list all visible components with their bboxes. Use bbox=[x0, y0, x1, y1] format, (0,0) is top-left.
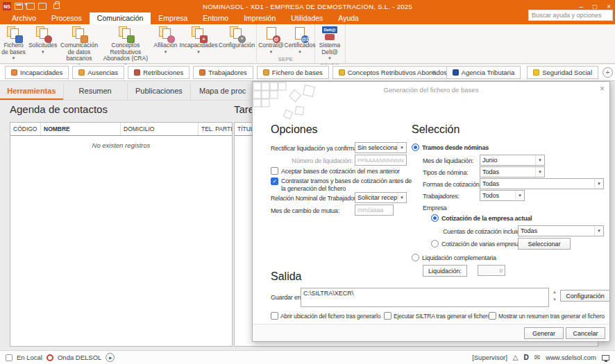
seleccionar-button[interactable]: Seleccionar bbox=[518, 238, 571, 250]
cuentas-cotizacion-select[interactable]: Todas bbox=[518, 225, 604, 236]
seguridad-social-icon bbox=[533, 69, 539, 76]
mes-cambio-mutua-input[interactable] bbox=[355, 205, 394, 216]
agenda-col-domicilio[interactable]: DOMICILIO bbox=[121, 123, 199, 135]
tab-seguridad-social[interactable]: Seguridad Social bbox=[527, 66, 598, 79]
mostrar-resumen-checkbox[interactable] bbox=[489, 312, 496, 320]
menu-procesos[interactable]: Procesos bbox=[44, 12, 90, 24]
ribbon: Fichero de bases Solicitudes Comunicació… bbox=[0, 24, 615, 64]
liquidacion-input[interactable] bbox=[478, 265, 505, 276]
menu-comunicacion[interactable]: Comunicación bbox=[90, 12, 151, 24]
lock-icon[interactable] bbox=[53, 3, 60, 9]
en-local-checkbox[interactable] bbox=[6, 354, 12, 361]
tab-fichero-de-bases[interactable]: Fichero de bases bbox=[257, 66, 329, 79]
ausencias-tab-icon bbox=[78, 69, 85, 76]
ribbon-comunicacion-datos-bancarios-button[interactable]: Comunicación de datos bancarios bbox=[58, 26, 99, 68]
configuracion-button[interactable]: Configuración bbox=[560, 290, 610, 302]
menu-entorno[interactable]: Entorno bbox=[195, 12, 236, 24]
subtab-mapa-de-procesos[interactable]: Mapa de proc bbox=[190, 83, 254, 100]
cancelar-button[interactable]: Cancelar bbox=[566, 327, 605, 339]
guardar-en-textarea[interactable]: C:\SILTRA\XECR\ bbox=[301, 288, 549, 307]
trabajadores-tab-icon bbox=[199, 69, 205, 76]
maximize-button[interactable]: □ bbox=[593, 3, 597, 10]
cotizacion-empresa-actual-radio[interactable] bbox=[431, 214, 439, 222]
subtab-herramientas[interactable]: Herramientas bbox=[0, 83, 63, 100]
liquidacion-button[interactable]: Liquidación: bbox=[423, 265, 467, 277]
menu-empresa[interactable]: Empresa bbox=[151, 12, 195, 24]
ribbon-afiliacion-button[interactable]: Afiliación bbox=[151, 26, 180, 55]
cuentas-cotizacion-label: Cuentas de cotización incluidas: bbox=[443, 228, 528, 235]
remote-desktop-icon[interactable] bbox=[602, 355, 609, 361]
ribbon-solicitudes-button[interactable]: Solicitudes bbox=[27, 26, 58, 55]
cotizacion-empresa-actual-label: Cotización de la empresa actual bbox=[441, 215, 532, 222]
tipos-nomina-select[interactable]: Todas bbox=[480, 166, 545, 177]
menu-archivo[interactable]: Archivo bbox=[4, 12, 44, 24]
ribbon-fichero-de-bases-button[interactable]: Fichero de bases bbox=[0, 26, 27, 62]
ribbon-contrat-button[interactable]: @ Contrat@ bbox=[257, 26, 285, 55]
rectificar-select[interactable]: Sin seleccionar bbox=[355, 142, 407, 153]
menu-ayuda[interactable]: Ayuda bbox=[330, 12, 367, 24]
tab-agencia-tributaria[interactable]: Agencia Tributaria bbox=[446, 66, 521, 79]
spinner-up-icon[interactable]: ▲ bbox=[553, 290, 557, 294]
afiliacion-icon bbox=[158, 26, 174, 42]
ribbon-cra-button[interactable]: Conceptos Retributivos Abonados (CRA) bbox=[100, 26, 151, 68]
generar-button[interactable]: Generar bbox=[524, 327, 564, 339]
play-icon[interactable] bbox=[106, 353, 115, 362]
contrastar-tramos-checkbox[interactable] bbox=[271, 177, 278, 185]
open-windows-bar: Incapacidades Ausencias Retribuciones Tr… bbox=[0, 64, 615, 81]
tab-incapacidades[interactable]: Incapacidades bbox=[5, 66, 69, 79]
minimize-button[interactable]: – bbox=[580, 3, 584, 10]
menu-impresion[interactable]: Impresión bbox=[236, 12, 283, 24]
subtab-resumen[interactable]: Resumen bbox=[63, 83, 127, 100]
ribbon-configuracion-button[interactable]: * Configuración bbox=[217, 26, 256, 50]
mes-liquidacion-select[interactable]: Junio bbox=[480, 155, 545, 166]
delta-status-icon[interactable]: D bbox=[524, 354, 529, 361]
ejecutar-siltra-checkbox[interactable] bbox=[384, 312, 391, 320]
abrir-ubicacion-checkbox[interactable] bbox=[271, 312, 278, 320]
section-opciones: Opciones bbox=[271, 123, 318, 136]
save-icon[interactable] bbox=[38, 3, 47, 10]
trabajadores-select[interactable]: Todos bbox=[480, 190, 525, 201]
add-tab-button[interactable]: + bbox=[603, 67, 613, 78]
dialog-close-icon[interactable]: × bbox=[600, 84, 605, 94]
trabajadores-label: Trabajadores: bbox=[423, 193, 460, 200]
cotizacion-varias-empresas-radio[interactable] bbox=[431, 240, 439, 248]
open-company-icon[interactable] bbox=[26, 3, 35, 10]
fichero-de-bases-icon bbox=[6, 26, 22, 42]
retribuciones-tab-icon bbox=[134, 69, 140, 76]
relacion-nominal-select[interactable]: Solicitar recepció bbox=[355, 192, 407, 203]
ribbon-certificados-button[interactable]: @2 Certificados bbox=[285, 26, 314, 55]
contrastar-tramos-label: Contrastar tramos y bases de cotización … bbox=[281, 177, 414, 193]
tab-retribuciones[interactable]: Retribuciones bbox=[128, 66, 189, 79]
onda-delsol-label: Onda DELSOL bbox=[58, 354, 101, 361]
agenda-col-codigo[interactable]: CÓDIGO bbox=[10, 123, 41, 135]
aceptar-bases-checkbox[interactable] bbox=[271, 167, 278, 175]
app-menu-icon[interactable] bbox=[15, 3, 23, 10]
menu-utilidades[interactable]: Utilidades bbox=[283, 12, 330, 24]
tramos-desde-nominas-radio[interactable] bbox=[412, 144, 419, 151]
website-link[interactable]: www.sdelsol.com bbox=[546, 354, 596, 361]
cra-icon bbox=[117, 26, 134, 42]
liquidacion-complementaria-radio[interactable] bbox=[412, 254, 419, 261]
cotizacion-varias-empresas-label: Cotización de varias empresas bbox=[441, 241, 523, 248]
ribbon-incapacidades-button[interactable]: + Incapacidades bbox=[180, 26, 217, 55]
formas-cotizacion-select[interactable]: Todas bbox=[480, 178, 604, 189]
tab-trabajadores[interactable]: Trabajadores bbox=[193, 66, 253, 79]
numero-liquidacion-input[interactable] bbox=[355, 155, 407, 166]
subtab-publicaciones[interactable]: Publicaciones bbox=[127, 83, 191, 100]
mail-icon[interactable] bbox=[534, 354, 540, 361]
close-button[interactable]: × bbox=[607, 3, 611, 10]
guardar-en-spinner[interactable]: ▲▼ bbox=[551, 290, 558, 302]
section-salida: Salida bbox=[271, 270, 301, 283]
warning-triangle-icon[interactable] bbox=[513, 354, 519, 361]
agenda-table: CÓDIGO NOMBRE DOMICILIO TEL. PARTI... No… bbox=[10, 122, 233, 347]
search-input[interactable] bbox=[528, 10, 613, 21]
collapse-tabs-icon[interactable]: « bbox=[432, 67, 436, 76]
agenda-col-nombre[interactable]: NOMBRE bbox=[41, 123, 121, 135]
spinner-down-icon[interactable]: ▼ bbox=[553, 297, 557, 302]
incapacidades-tab-icon bbox=[11, 69, 17, 76]
agenda-col-telefono[interactable]: TEL. PARTI... bbox=[199, 123, 232, 135]
ribbon-sistema-delta-button[interactable]: Delt@ Sistema Delt@ bbox=[315, 26, 344, 62]
desktop-subtabs: Herramientas Resumen Publicaciones Mapa … bbox=[0, 83, 254, 101]
tab-ausencias[interactable]: Ausencias bbox=[72, 66, 124, 79]
dialog-footer: Generar Cancelar bbox=[253, 324, 609, 341]
